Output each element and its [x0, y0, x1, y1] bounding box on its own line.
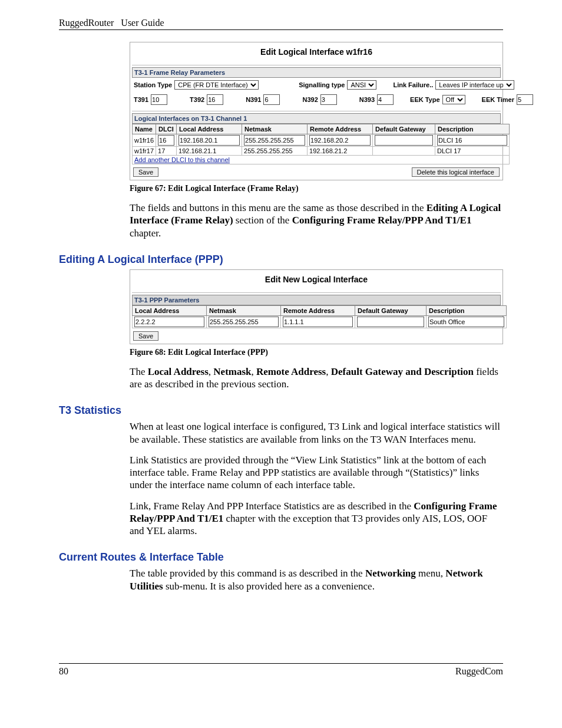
fr-params-row2: T391 T392 N391 N392 N393 EEK Type Off EE…: [132, 92, 501, 107]
figure-67-caption: Figure 67: Edit Logical Interface (Frame…: [130, 184, 503, 193]
ppp-params-table: Local Address Netmask Remote Address Def…: [132, 305, 507, 328]
fig67-section-fr-params: T3-1 Frame Relay Parameters: [132, 67, 501, 78]
eek-type-select[interactable]: Off: [442, 95, 465, 104]
cell-desc: DLCI 17: [435, 147, 510, 156]
t3-paragraph-2: Link Statistics are provided through the…: [130, 454, 503, 492]
cell-dlci: 17: [156, 147, 177, 156]
eek-timer-input[interactable]: [517, 94, 533, 105]
n391-label: N391: [246, 96, 261, 103]
col-dlci: DLCI: [156, 124, 177, 134]
signalling-type-select[interactable]: ANSI: [347, 80, 376, 90]
description-input[interactable]: [428, 317, 504, 327]
n392-input[interactable]: [320, 94, 337, 105]
page-number: 80: [59, 666, 68, 677]
eek-type-label: EEK Type: [410, 96, 440, 103]
col-gateway: Default Gateway: [373, 124, 435, 134]
cell-name: w1fr16: [133, 134, 156, 147]
col-netmask: Netmask: [242, 124, 308, 134]
signalling-type-label: Signalling type: [299, 81, 345, 88]
footer-brand: RuggedCom: [455, 666, 503, 677]
t391-input[interactable]: [151, 94, 167, 105]
t391-label: T391: [134, 96, 148, 103]
n393-input[interactable]: [377, 94, 394, 105]
station-type-select[interactable]: CPE (FR DTE Interface): [174, 80, 259, 90]
heading-routes: Current Routes & Interface Table: [59, 551, 503, 564]
col-name: Name: [133, 124, 156, 134]
table-row: [133, 315, 507, 328]
cell-local: 192.168.21.1: [177, 147, 242, 156]
local-address-input[interactable]: [178, 135, 240, 146]
delete-interface-button[interactable]: Delete this logical interface: [412, 167, 500, 177]
cell-mask: 255.255.255.255: [242, 147, 308, 156]
table-row: w1fr17 17 192.168.21.1 255.255.255.255 1…: [133, 147, 510, 156]
table-row-addlink: Add another DLCI to this channel: [133, 156, 510, 164]
t3-paragraph-1: When at least one logical interface is c…: [130, 420, 503, 446]
eek-timer-label: EEK Timer: [482, 96, 514, 103]
local-address-input[interactable]: [134, 317, 204, 327]
fr-params-row1: Station Type CPE (FR DTE Interface) Sign…: [132, 78, 501, 92]
figure-68-caption: Figure 68: Edit Logical Interface (PPP): [130, 348, 503, 357]
link-failure-label: Link Failure..: [393, 81, 433, 88]
col-description: Description: [427, 305, 507, 315]
page-footer: 80 RuggedCom: [59, 663, 503, 677]
dlci-input[interactable]: [158, 135, 174, 146]
heading-ppp: Editing A Logical Interface (PPP): [59, 253, 503, 266]
fig67-section-logical: Logical Interfaces on T3-1 Channel 1: [132, 113, 501, 124]
save-button[interactable]: Save: [133, 331, 158, 341]
cell-name: w1fr17: [133, 147, 156, 156]
netmask-input[interactable]: [244, 135, 305, 146]
remote-address-input[interactable]: [283, 317, 353, 327]
description-input[interactable]: [437, 135, 507, 146]
fig67-title: Edit Logical Interface w1fr16: [132, 47, 501, 57]
paragraph-ppp-fields: The Local Address, Netmask, Remote Addre…: [130, 365, 503, 391]
netmask-input[interactable]: [209, 317, 279, 327]
n391-input[interactable]: [263, 94, 280, 105]
routes-paragraph: The table provided by this command is as…: [130, 567, 503, 592]
cell-gw: [373, 147, 435, 156]
col-local: Local Address: [133, 305, 207, 315]
table-header-row: Local Address Netmask Remote Address Def…: [133, 305, 507, 315]
fig68-section: T3-1 PPP Parameters: [132, 295, 501, 305]
n393-label: N393: [359, 96, 375, 103]
figure-68: Edit New Logical Interface T3-1 PPP Para…: [130, 269, 503, 344]
station-type-label: Station Type: [134, 81, 172, 88]
fig68-title: Edit New Logical Interface: [132, 275, 501, 284]
gateway-input[interactable]: [375, 135, 433, 146]
figure-67: Edit Logical Interface w1fr16 T3-1 Frame…: [130, 42, 503, 180]
col-netmask: Netmask: [207, 305, 281, 315]
t392-input[interactable]: [207, 94, 223, 105]
cell-remote: 192.168.21.2: [308, 147, 373, 156]
col-local: Local Address: [177, 124, 242, 134]
running-header: RuggedRouter User Guide: [59, 18, 503, 30]
col-remote: Remote Address: [281, 305, 355, 315]
col-gateway: Default Gateway: [355, 305, 427, 315]
table-header-row: Name DLCI Local Address Netmask Remote A…: [133, 124, 510, 134]
link-failure-select[interactable]: Leaves IP interface up: [435, 80, 514, 90]
save-button[interactable]: Save: [133, 167, 158, 177]
paragraph-fr-fields: The fields and buttons in this menu are …: [130, 202, 503, 239]
table-row: w1fr16: [133, 134, 510, 147]
remote-address-input[interactable]: [309, 135, 371, 146]
logical-interfaces-table: Name DLCI Local Address Netmask Remote A…: [132, 124, 510, 164]
n392-label: N392: [302, 96, 318, 103]
t392-label: T392: [190, 96, 204, 103]
gateway-input[interactable]: [357, 317, 424, 327]
heading-t3-statistics: T3 Statistics: [59, 404, 503, 417]
col-remote: Remote Address: [308, 124, 373, 134]
add-dlci-link[interactable]: Add another DLCI to this channel: [134, 156, 230, 163]
col-description: Description: [435, 124, 510, 134]
t3-paragraph-3: Link, Frame Relay And PPP Interface Stat…: [130, 500, 503, 538]
